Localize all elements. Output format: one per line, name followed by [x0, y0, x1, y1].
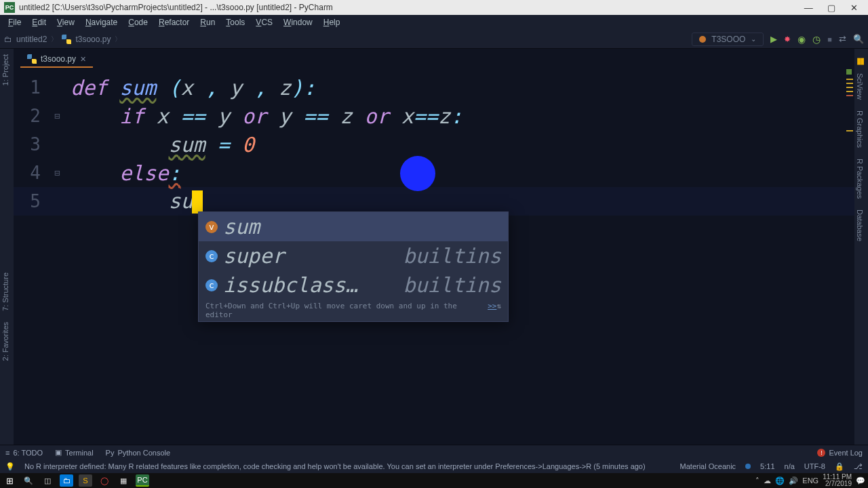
tool-window-sciview[interactable]: SciView [854, 68, 865, 105]
completion-name: super [223, 244, 284, 268]
tray-onedrive-icon[interactable]: ☁ [764, 476, 771, 485]
taskbar-explorer-icon[interactable]: 🗀 [60, 474, 73, 487]
maximize-button[interactable]: ▢ [821, 3, 842, 13]
autocomplete-hint: Ctrl+Down and Ctrl+Up will move caret do… [199, 300, 508, 321]
tool-window-favorites[interactable]: 2: Favorites [0, 317, 11, 366]
completion-kind-icon: v [205, 221, 218, 233]
autocomplete-item[interactable]: vsum [199, 212, 508, 241]
run-button[interactable]: ▶ [770, 34, 777, 44]
taskbar-search-icon[interactable]: 🔍 [22, 474, 35, 487]
line-number: 1 [14, 77, 54, 98]
autocomplete-item[interactable]: cissubclass…builtins [199, 270, 508, 300]
menu-help[interactable]: Help [319, 16, 344, 28]
taskbar-sublime-icon[interactable]: S [79, 474, 92, 487]
code-editor[interactable]: 1def sum (x , y , z):2⊟ if x == y or y =… [14, 68, 854, 216]
menu-vcs[interactable]: VCS [252, 16, 277, 28]
bottom-tool-pythonconsole[interactable]: PyPython Console [106, 449, 171, 457]
taskbar-opera-icon[interactable]: ◯ [98, 474, 111, 487]
close-tab-icon[interactable]: ✕ [80, 55, 86, 64]
menu-navigate[interactable]: Navigate [81, 16, 121, 28]
tray-chevron-up-icon[interactable]: ˄ [755, 476, 760, 485]
run-config-dropdown[interactable]: T3SOOO ⌄ [692, 33, 764, 46]
tray-network-icon[interactable]: 🌐 [775, 476, 785, 485]
window-titlebar: PC untitled2 [C:\Users\t3so\PycharmProje… [0, 0, 868, 15]
menu-code[interactable]: Code [124, 16, 152, 28]
right-tool-strip: ▮▮ SciView R Graphics R Packages Databas… [854, 49, 868, 446]
debug-button[interactable]: ✸ [784, 35, 791, 44]
taskbar-taskview-icon[interactable]: ◫ [41, 474, 54, 487]
bottom-tool-todo[interactable]: ≡6: TODO [5, 449, 43, 457]
breadcrumb-file[interactable]: t3sooo.py [75, 35, 111, 44]
status-bar: 💡 No R interpreter defined: Many R relat… [0, 460, 868, 473]
autocomplete-popup[interactable]: vsumcsuperbuiltinscissubclass…builtinsCt… [198, 211, 509, 322]
chevron-right-icon: 〉 [51, 35, 58, 44]
stop-button[interactable]: ■ [827, 35, 832, 43]
start-button[interactable]: ⊞ [3, 474, 16, 487]
code-text[interactable]: if x == y or y == z or x==z: [71, 104, 462, 128]
menu-edit[interactable]: Edit [28, 16, 50, 28]
profile-button[interactable]: ◷ [812, 34, 821, 45]
status-encoding[interactable]: UTF-8 [804, 462, 825, 470]
status-caret-pos[interactable]: 5:11 [760, 462, 774, 470]
python-file-icon [62, 35, 71, 44]
pause-icon: ▮▮ [856, 56, 863, 66]
tool-window-structure[interactable]: 7: Structure [0, 267, 11, 317]
menu-file[interactable]: File [4, 16, 25, 28]
python-file-icon [27, 54, 37, 64]
coverage-button[interactable]: ◉ [797, 34, 806, 45]
tool-window-rgraphics[interactable]: R Graphics [854, 105, 865, 153]
lightbulb-icon[interactable]: 💡 [5, 462, 15, 471]
system-tray[interactable]: ˄ ☁ 🌐 🔊 ENG 11:11 PM 2/7/2019 💬 [755, 474, 865, 487]
error-stripe[interactable] [846, 69, 853, 134]
autocomplete-hint-link[interactable]: >> [488, 302, 496, 319]
code-line[interactable]: 2⊟ if x == y or y == z or x==z: [14, 102, 854, 130]
status-theme[interactable]: Material Oceanic [680, 462, 736, 470]
tray-clock[interactable]: 11:11 PM 2/7/2019 [823, 474, 852, 487]
minimize-button[interactable]: — [798, 3, 818, 13]
menu-tools[interactable]: Tools [222, 16, 249, 28]
layout-button[interactable]: ⇄ [839, 34, 846, 44]
run-toolbar: T3SOOO ⌄ ▶ ✸ ◉ ◷ ■ ⇄ 🔍 [692, 33, 864, 46]
taskbar-pycharm-icon[interactable]: PC [136, 474, 149, 487]
tool-window-project[interactable]: 1: Project [0, 49, 11, 91]
tool-window-database[interactable]: Database [854, 204, 865, 247]
tray-volume-icon[interactable]: 🔊 [789, 476, 798, 485]
editor-area: t3sooo.py ✕ 1def sum (x , y , z):2⊟ if x… [14, 49, 854, 446]
menu-window[interactable]: Window [279, 16, 317, 28]
code-text[interactable]: else: [71, 161, 181, 185]
menu-run[interactable]: Run [196, 16, 219, 28]
menu-refactor[interactable]: Refactor [155, 16, 193, 28]
code-line[interactable]: 3 sum = 0 [14, 130, 854, 159]
git-branch-icon[interactable]: ⎇ [854, 462, 863, 471]
line-number: 2 [14, 106, 54, 126]
chevron-down-icon: ⌄ [751, 35, 756, 43]
breadcrumb: 🗀 untitled2 〉 t3sooo.py 〉 [4, 35, 121, 44]
tray-language[interactable]: ENG [802, 476, 818, 485]
autocomplete-item[interactable]: csuperbuiltins [199, 241, 508, 270]
tray-notifications-icon[interactable]: 💬 [856, 476, 865, 485]
lock-icon[interactable]: 🔒 [835, 462, 844, 471]
window-title: untitled2 [C:\Users\t3so\PycharmProjects… [19, 3, 333, 12]
tab-label: t3sooo.py [41, 54, 76, 64]
search-everywhere-button[interactable]: 🔍 [853, 34, 864, 44]
breadcrumb-project[interactable]: untitled2 [16, 35, 47, 44]
menu-view[interactable]: View [53, 16, 79, 28]
completion-kind-icon: c [205, 250, 218, 262]
fold-gutter-icon[interactable]: ⊟ [54, 110, 71, 121]
tool-window-rpackages[interactable]: R Packages [854, 153, 865, 204]
editor-tab[interactable]: t3sooo.py ✕ [20, 52, 93, 68]
taskbar-app-icon[interactable]: ▦ [117, 474, 130, 487]
bottom-tool-terminal[interactable]: ▣Terminal [55, 448, 94, 457]
main-menubar: FileEditViewNavigateCodeRefactorRunTools… [0, 15, 868, 30]
close-button[interactable]: ✕ [844, 3, 864, 13]
code-text[interactable]: su [71, 189, 203, 214]
code-text[interactable]: def sum (x , y , z): [71, 76, 315, 100]
code-text[interactable]: sum = 0 [71, 133, 254, 157]
editor-tabs: t3sooo.py ✕ [14, 49, 854, 68]
status-na: n/a [785, 462, 795, 470]
event-log-button[interactable]: !Event Log [817, 449, 863, 457]
code-line[interactable]: 1def sum (x , y , z): [14, 73, 854, 102]
cursor-highlight-circle [400, 156, 435, 191]
left-tool-strip: 1: Project 7: Structure 2: Favorites [0, 49, 14, 446]
fold-gutter-icon[interactable]: ⊟ [54, 167, 71, 178]
